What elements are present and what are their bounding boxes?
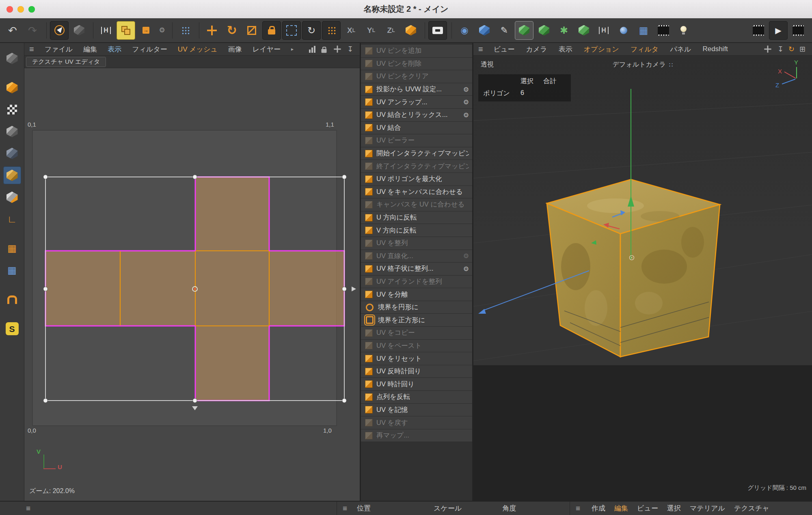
uv-editor-menu-item-5[interactable]: 画像	[228, 45, 242, 54]
uv-editor-menu-item-6[interactable]: レイヤー	[253, 45, 281, 54]
fullscreen-button[interactable]	[28, 6, 35, 13]
particle-tool[interactable]: ✱	[555, 21, 573, 40]
close-button[interactable]	[6, 6, 13, 13]
clone-tool[interactable]	[574, 21, 593, 40]
uv-command-row-21[interactable]: 境界を正方形に	[361, 314, 472, 327]
scale-tool[interactable]	[242, 21, 261, 40]
viewport-canvas[interactable]: 透視 デフォルトカメラ ∷ 選択 合計 ポリゴン 6 Y	[473, 56, 812, 501]
uv-editor-menu-item-0[interactable]: ファイル	[45, 45, 73, 54]
uv-grid-tool[interactable]	[176, 21, 194, 40]
uv-command-row-17[interactable]: UV 格子状に整列...⚙	[361, 263, 472, 276]
s-mode-button[interactable]: S	[3, 320, 21, 338]
uv-projection-tool[interactable]: →	[136, 21, 155, 40]
uv-command-row-11[interactable]: UV をキャンバスに合わせる	[361, 186, 472, 199]
mode-tab-2[interactable]: ビュー	[637, 504, 658, 513]
y-axis-lock-button[interactable]: YL	[362, 21, 380, 40]
model-mode-button[interactable]	[3, 79, 21, 97]
uv-command-row-5[interactable]: UV 結合とリラックス...⚙	[361, 109, 472, 122]
uv-command-row-26[interactable]: UV 時計回り	[361, 378, 472, 391]
uv-point-mode-button[interactable]	[3, 188, 21, 206]
camera-menu-icon[interactable]: ∷	[669, 61, 673, 69]
uv-tweak-tool[interactable]	[117, 21, 135, 40]
workplane-button[interactable]: ▦	[3, 239, 21, 257]
uv-command-row-10[interactable]: UV ポリゴンを最大化	[361, 173, 472, 186]
edit-polygon-tool[interactable]	[515, 21, 533, 40]
coordinate-system-button[interactable]	[402, 21, 420, 40]
viewport-menu-item-1[interactable]: カメラ	[526, 45, 547, 54]
angle-label[interactable]: 角度	[502, 504, 516, 513]
redo-button[interactable]: ↷	[23, 21, 42, 40]
uv-command-row-27[interactable]: 点列を反転	[361, 391, 472, 404]
dock-icon[interactable]: ↧	[777, 45, 784, 53]
marquee-select-tool[interactable]	[282, 21, 301, 40]
uv-point-select-tool[interactable]	[322, 21, 341, 40]
uv-command-row-28[interactable]: UV を記憶	[361, 404, 472, 417]
command-options-gear-icon[interactable]: ⚙	[463, 111, 469, 119]
pan-icon[interactable]	[763, 44, 773, 54]
panel-menu-icon[interactable]: ≡	[478, 45, 483, 54]
z-axis-lock-button[interactable]: ZL	[382, 21, 400, 40]
menu-overflow-icon[interactable]: ▸	[291, 46, 294, 52]
maximize-icon[interactable]: ⊞	[799, 45, 806, 53]
timeline-icon[interactable]	[749, 21, 768, 40]
film-icon[interactable]	[789, 21, 808, 40]
projection-label[interactable]: 透視	[481, 60, 494, 69]
uv-editor-menu-item-1[interactable]: 編集	[83, 45, 97, 54]
camera-tool[interactable]	[654, 21, 673, 40]
mirror-tool[interactable]: H	[594, 21, 613, 40]
uv-command-row-19[interactable]: UV を分離	[361, 288, 472, 301]
inactive-selection-tool[interactable]	[70, 21, 89, 40]
pen-tool[interactable]: ✎	[495, 21, 514, 40]
texture-mode-button[interactable]	[3, 101, 21, 119]
uv-canvas[interactable]: 0,1 1,1 0,0 1,0 V U ズーム: 202.0%	[24, 68, 360, 501]
dock-icon[interactable]: ↧	[347, 45, 353, 53]
uv-transform-tool[interactable]: H	[97, 21, 115, 40]
command-options-gear-icon[interactable]: ⚙	[463, 86, 469, 93]
uv-command-row-3[interactable]: 投影から UVW 設定...⚙	[361, 83, 472, 96]
sync-icon[interactable]: ↻	[788, 45, 795, 53]
uv-command-row-13[interactable]: U 方向に反転	[361, 211, 472, 224]
subdivide-tool[interactable]	[535, 21, 553, 40]
scale-label[interactable]: スケール	[434, 504, 462, 513]
uv-editor-tab[interactable]: テクスチャ UV エディタ	[26, 57, 106, 67]
add-cube-button[interactable]	[475, 21, 494, 40]
viewport-menu-item-3[interactable]: オプション	[584, 45, 619, 54]
plane-tool[interactable]: ▦	[634, 21, 653, 40]
lock-icon[interactable]	[320, 45, 328, 54]
navigation-cube[interactable]	[3, 50, 21, 67]
spline-pen-tool[interactable]: ◉	[455, 21, 474, 40]
uv-command-row-8[interactable]: 開始インタラクティブマッピング	[361, 147, 472, 160]
uv-command-row-20[interactable]: 境界を円形に	[361, 301, 472, 314]
camera-selector[interactable]: デフォルトカメラ ∷	[613, 60, 673, 69]
play-button[interactable]: ▶	[769, 21, 788, 40]
light-tool[interactable]	[674, 21, 693, 40]
metaball-tool[interactable]	[614, 21, 633, 40]
viewport-menu-item-4[interactable]: フィルタ	[631, 45, 659, 54]
transform-selection-tool[interactable]: ↻	[302, 21, 321, 40]
mode-tab-5[interactable]: テクスチャ	[734, 504, 769, 513]
command-options-gear-icon[interactable]: ⚙	[463, 265, 469, 273]
snap-workplane-button[interactable]: ▦	[3, 261, 21, 279]
point-mode-button[interactable]	[3, 144, 21, 162]
position-label[interactable]: 位置	[357, 504, 371, 513]
undo-button[interactable]: ↶	[3, 21, 22, 40]
section-menu-icon[interactable]: ≡	[26, 504, 30, 513]
uv-command-row-24[interactable]: UV をリセット	[361, 352, 472, 365]
viewport-menu-item-5[interactable]: パネル	[670, 45, 691, 54]
axis-mode-button[interactable]: ∟	[3, 210, 21, 228]
section-menu-icon[interactable]: ≡	[576, 504, 580, 513]
uv-right-arrow-handle[interactable]	[352, 287, 356, 291]
snap-magnet-button[interactable]	[3, 291, 21, 308]
viewport-menu-item-6[interactable]: Redshift	[702, 45, 728, 53]
viewport-menu-item-2[interactable]: 表示	[559, 45, 572, 54]
uv-command-row-14[interactable]: V 方向に反転	[361, 224, 472, 237]
live-selection-tool[interactable]	[50, 21, 69, 40]
uv-command-row-4[interactable]: UV アンラップ...⚙	[361, 96, 472, 109]
uv-editor-menu-item-3[interactable]: フィルター	[132, 45, 167, 54]
mode-tab-0[interactable]: 作成	[592, 504, 605, 513]
render-view-button[interactable]	[428, 21, 447, 40]
panel-menu-icon[interactable]: ≡	[29, 45, 34, 54]
histogram-icon[interactable]	[309, 46, 315, 53]
uv-command-row-25[interactable]: UV 反時計回り	[361, 365, 472, 378]
minimize-button[interactable]	[17, 6, 24, 13]
